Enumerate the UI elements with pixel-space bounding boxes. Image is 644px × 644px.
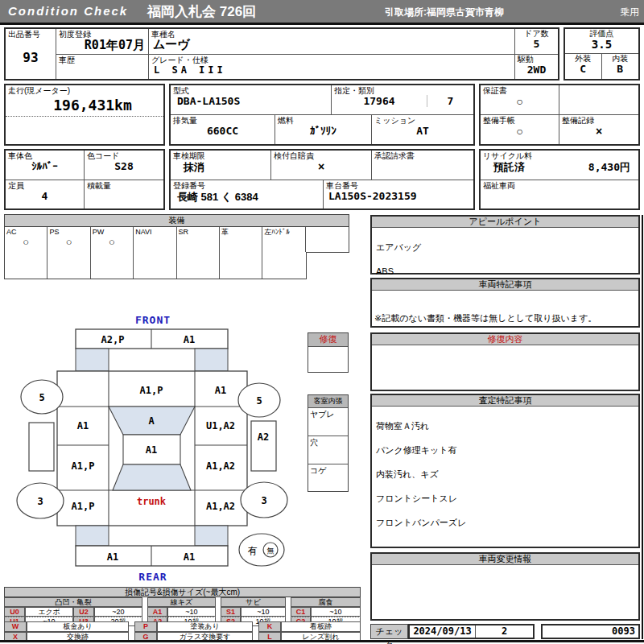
legend-mark-code: W xyxy=(4,621,27,632)
equipment-mark-ps: ○ xyxy=(47,236,89,249)
cabin-row-tear-label: ヤブレ xyxy=(308,408,348,421)
quarter-rear-right-code: A1,A2 xyxy=(206,501,235,512)
odometer-label: 走行(現メーター) xyxy=(6,85,163,95)
chassis-number-label: 車台番号 xyxy=(324,180,473,190)
wheel-front-right-value: 5 xyxy=(256,395,262,407)
appeal-line: ABS xyxy=(376,266,634,278)
side-strip-right xyxy=(251,421,276,471)
cabin-interior-title: 客室内張 xyxy=(308,395,348,408)
door-rear-left-code: A1,P xyxy=(72,460,95,472)
model-code-value: DBA-LA150S xyxy=(171,95,331,107)
equipment-label-ac: AC xyxy=(5,227,47,236)
repair-mini-box: 修復 xyxy=(308,332,349,373)
grade-label: グレード・仕様 xyxy=(149,55,514,64)
auction-condition-sheet: Condition Check 福岡入札会 726回 引取場所:福岡県古賀市青柳… xyxy=(0,0,644,644)
score-box: 評価点 3.5 外装 C 内装 B xyxy=(564,27,640,80)
cabin-row-hole: 穴 xyxy=(308,436,348,464)
appeal-panel: アピールポイント エアバッグ ABS 衝突被害軽減ブレーキ xyxy=(370,215,640,275)
approval-label: 承認請求書 xyxy=(372,151,473,160)
legend-group-dents-title: 凸凹・亀裂 xyxy=(4,597,142,607)
wheel-rear-left-value: 3 xyxy=(37,496,43,507)
pickup-location: 引取場所:福岡県古賀市青柳 xyxy=(385,6,504,19)
registration-number-value: 長崎 581 く 6384 xyxy=(171,190,323,204)
score-label: 評価点 xyxy=(565,29,638,38)
color-code-value: S28 xyxy=(85,160,163,172)
door-front-right-code: U1,A2 xyxy=(206,420,235,431)
assessment-line: 内装汚れ、キズ xyxy=(376,469,634,481)
assessment-line: パンク修理キット有 xyxy=(376,444,634,456)
header-bar: Condition Check 福岡入札会 726回 引取場所:福岡県古賀市青柳… xyxy=(0,0,644,25)
side-right-code: A2 xyxy=(258,431,269,443)
load-label: 積載量 xyxy=(85,180,163,190)
front-bumper-left-code: A2,P xyxy=(101,334,125,345)
equipment-label-ps: PS xyxy=(47,227,89,236)
legend-code: C1 xyxy=(291,607,311,617)
cabin-interior-box: 客室内張 ヤブレ 穴 コゲ xyxy=(308,394,349,492)
inspection-label: 車検期限 xyxy=(171,151,270,160)
legend-desc: ~20 xyxy=(94,607,142,617)
firstreg-history-cell: 初度登録 R01年07月 車歴 xyxy=(56,29,149,79)
vehicle-notes-title: 車両特記事項 xyxy=(372,279,638,291)
legend-code: S1 xyxy=(221,607,241,617)
recycle-box: リサイクル料 預託済 8,430円 福祉車両 xyxy=(479,149,640,210)
equipment-mark-pw: ○ xyxy=(91,236,133,249)
check-date: 2024/09/13 xyxy=(410,625,476,638)
front-bumper-right-code: A1 xyxy=(184,334,195,345)
assessment-lines: 荷物室Ａ汚れ パンク修理キット有 内装汚れ、キズ フロントシートスレ フロントバ… xyxy=(372,407,638,543)
bottom-edge-line xyxy=(0,640,644,642)
exterior-label: 外装 xyxy=(565,54,601,63)
fuel-value: ｶﾞｿﾘﾝ xyxy=(275,125,371,137)
vehicle-notes-text: ※記載のない書類・機器等は無しとして取り扱います。 xyxy=(374,312,597,324)
odometer-value: 196,431km xyxy=(6,97,163,114)
check-label-box: チェック xyxy=(370,624,408,639)
cabin-row-hole-label: 穴 xyxy=(308,436,348,449)
door-front-left-code: A1 xyxy=(77,420,89,431)
interior-label: 内装 xyxy=(602,54,639,63)
lot-label: 出品番号 xyxy=(6,29,56,39)
fuel-label: 燃料 xyxy=(275,115,371,125)
maintenance-record-mark: × xyxy=(559,125,638,138)
sheet-number: 0093 xyxy=(543,625,638,638)
legend-mark-desc: 板金あり xyxy=(27,621,129,632)
cabin-row-tear: ヤブレ xyxy=(308,408,348,436)
side-strip-left xyxy=(29,423,54,471)
drive-value: 2WD xyxy=(515,64,558,76)
equipment-label-pw: PW xyxy=(91,227,133,236)
body-color-value: ｼﾙﾊﾞｰ xyxy=(6,160,84,172)
capacity-label: 定員 xyxy=(6,180,84,190)
assessment-line: フロントシートスレ xyxy=(376,493,634,505)
brand-title: Condition Check xyxy=(8,4,128,18)
equipment-label-lhd: 左ﾊﾝﾄﾞﾙ xyxy=(262,227,304,236)
rear-pillar-right-shade xyxy=(195,526,228,546)
windshield-code: A xyxy=(148,415,155,427)
exterior-grade: C xyxy=(565,63,601,75)
rear-bumper-right-code: A1 xyxy=(184,551,195,563)
model-name-value: ムーヴ xyxy=(149,37,514,52)
color-capacity-box: 車体色 ｼﾙﾊﾞｰ 色コード S28 定員 4 積載量 xyxy=(4,149,165,210)
rear-label: REAR xyxy=(138,571,167,583)
doors-label: ドア数 xyxy=(515,29,558,38)
trunk-label: trunk xyxy=(137,496,167,507)
legend-group-scratch-title: 線キズ xyxy=(147,597,216,607)
recycle-fee: 8,430円 xyxy=(588,160,630,175)
registration-number-label: 登録番号 xyxy=(171,180,323,190)
maintenance-record-label: 整備記録 xyxy=(559,115,638,125)
legend-mark-code: P xyxy=(134,621,157,632)
documents-box: 保証書 ○ 整備手帳 ○ 整備記録 × xyxy=(479,84,640,146)
class-number: 17964 xyxy=(332,95,427,107)
legend-mark-desc: 塗装あり xyxy=(157,621,253,632)
repair-mini-title: 修復 xyxy=(308,333,348,347)
repair-detail-panel: 修復内容 xyxy=(370,332,640,391)
hood-code: A1,P xyxy=(140,385,163,396)
insurance-mark: × xyxy=(271,160,371,173)
welfare-label: 福祉車両 xyxy=(481,180,638,190)
equipment-row-1: AC ○ PS ○ PW ○ NAVI SR 革 左ﾊﾝﾄﾞﾙ xyxy=(4,226,349,253)
doors-drive-cell: ドア数 5 駆動 2WD xyxy=(515,29,558,79)
check-count: 2 xyxy=(476,625,533,638)
front-pillar-left-shade xyxy=(76,349,109,371)
legend-desc: ~10 xyxy=(311,607,361,617)
insurance-label: 検付自賠責 xyxy=(271,151,371,160)
displacement-value: 660CC xyxy=(171,125,275,137)
odometer-box: 走行(現メーター) 196,431km xyxy=(4,84,165,146)
front-pillar-right-shade xyxy=(195,349,228,371)
